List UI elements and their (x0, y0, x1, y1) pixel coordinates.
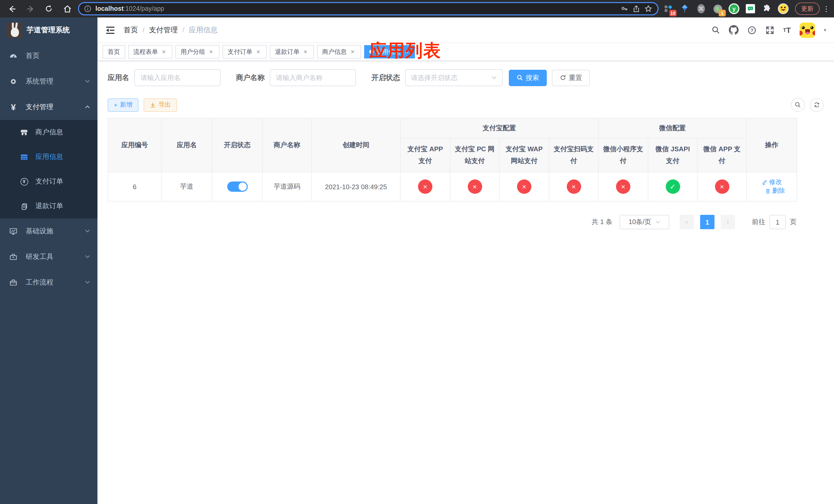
sidebar-item-devtools[interactable]: 研发工具 (0, 244, 97, 270)
sidebar-item-label: 工作流程 (26, 278, 76, 287)
update-label: 更新 (801, 4, 813, 13)
close-icon[interactable]: × (255, 48, 262, 55)
page-size-select[interactable]: 10条/页 (620, 215, 670, 229)
avatar-caret-icon[interactable]: ▾ (824, 27, 826, 33)
url-host: localhost (95, 5, 124, 12)
close-icon[interactable]: × (160, 48, 167, 55)
close-icon[interactable]: × (349, 48, 356, 55)
chevron-down-icon (85, 253, 90, 261)
status-select[interactable]: 请选择开启状态 (405, 69, 503, 86)
app-name-label: 应用名 (108, 73, 129, 82)
sidebar-item-system[interactable]: 系统管理 (0, 69, 97, 94)
breadcrumb: 首页 / 支付管理 / 应用信息 (124, 25, 218, 35)
sidebar-item-label: 系统管理 (26, 77, 76, 86)
sidebar-item-label: 支付订单 (36, 177, 90, 186)
sidebar: 芋道管理系统 首页 系统管理 ¥ 支付管理 (0, 18, 97, 504)
extension-kite-icon[interactable] (678, 2, 692, 15)
col-header-alipay-wap: 支付宝 WAP 网站支付 (499, 138, 549, 172)
reset-button-label: 重置 (569, 73, 582, 82)
alipay-app-status-icon: × (418, 180, 432, 194)
app-title: 芋道管理系统 (27, 26, 70, 35)
search-icon (794, 101, 801, 108)
sidebar-item-infrastructure[interactable]: 基础设施 (0, 219, 97, 244)
extension-command-icon[interactable]: ⌘ (695, 2, 708, 15)
sidebar-logo[interactable]: 芋道管理系统 (0, 18, 97, 43)
extension-badge: 10 (670, 10, 677, 17)
sidebar-item-refund-order[interactable]: 退款订单 (0, 194, 97, 219)
app-name-input[interactable] (134, 69, 221, 86)
site-info-icon[interactable] (84, 5, 91, 12)
search-icon[interactable] (711, 26, 720, 35)
bookmark-star-icon[interactable] (644, 5, 653, 13)
address-bar[interactable]: localhost:1024/pay/app (78, 2, 659, 15)
add-button[interactable]: + 新增 (108, 98, 138, 112)
sidebar-item-workflow[interactable]: 工作流程 (0, 270, 97, 295)
tab-pay-order[interactable]: 支付订单× (223, 45, 267, 59)
svg-text:⌘: ⌘ (698, 6, 704, 12)
sidebar-item-merchant-info[interactable]: 商户信息 (0, 120, 97, 144)
tab-process-form[interactable]: 流程表单× (128, 45, 172, 59)
tab-label: 用户分组 (180, 47, 205, 56)
fullscreen-icon[interactable] (765, 25, 774, 35)
sidebar-item-pay-order[interactable]: ¥ 支付订单 (0, 169, 97, 194)
search-form: 应用名 商户名称 开启状态 请选择开启状态 搜索 重置 (108, 69, 824, 86)
breadcrumb-pay[interactable]: 支付管理 (149, 25, 178, 35)
help-icon[interactable]: ? (747, 25, 756, 35)
edit-label: 修改 (769, 178, 782, 186)
export-button[interactable]: 导出 (144, 98, 177, 112)
tab-home[interactable]: 首页 (103, 45, 125, 59)
wx-app-status-icon: × (715, 180, 729, 194)
sidebar-item-label: 研发工具 (26, 252, 76, 261)
plus-icon: + (114, 101, 117, 109)
url-path: :1024/pay/app (124, 5, 164, 12)
search-button[interactable]: 搜索 (509, 69, 547, 86)
github-icon[interactable] (729, 25, 738, 35)
hide-search-button[interactable] (791, 98, 805, 112)
browser-reload-icon[interactable] (41, 2, 57, 15)
browser-update-button[interactable]: 更新 (795, 3, 820, 15)
sidebar-collapse-icon[interactable] (105, 25, 115, 35)
navbar-actions: ? TT ▾ (711, 22, 826, 38)
reset-button[interactable]: 重置 (552, 69, 590, 86)
page-number-1[interactable]: 1 (700, 215, 715, 229)
user-avatar[interactable] (799, 22, 815, 38)
refresh-button[interactable] (810, 98, 824, 112)
edit-link[interactable]: 修改 (762, 178, 782, 186)
goto-page-input[interactable] (769, 215, 786, 229)
font-size-icon[interactable]: TT (783, 26, 791, 35)
sidebar-item-app-info[interactable]: 应用信息 (0, 144, 97, 169)
browser-back-icon[interactable] (4, 2, 20, 15)
merchant-name-input[interactable] (270, 69, 356, 86)
share-icon[interactable] (632, 5, 640, 13)
tab-label: 流程表单 (133, 47, 158, 56)
chevron-up-icon (85, 103, 90, 111)
delete-link[interactable]: 删除 (765, 187, 785, 196)
payment-submenu: 商户信息 应用信息 ¥ 支付订单 退款订单 (0, 120, 97, 219)
browser-menu-icon[interactable]: ⋮ (823, 5, 830, 13)
sidebar-item-home[interactable]: 首页 (0, 43, 97, 69)
extensions-puzzle-icon[interactable] (760, 2, 773, 15)
breadcrumb-home[interactable]: 首页 (124, 25, 138, 35)
status-toggle[interactable] (227, 182, 247, 192)
close-icon[interactable]: × (208, 48, 214, 55)
browser-forward-icon[interactable] (23, 2, 38, 15)
delete-label: 删除 (772, 187, 785, 196)
tab-refund-order[interactable]: 退款订单× (270, 45, 314, 59)
tab-user-group[interactable]: 用户分组× (175, 45, 220, 59)
close-icon[interactable]: × (302, 48, 309, 55)
refresh-icon (813, 101, 820, 108)
extension-profile-icon[interactable]: 1 (711, 2, 724, 15)
table-grid-icon (20, 153, 28, 161)
extension-y-icon[interactable]: y (727, 2, 741, 15)
refresh-icon (559, 74, 566, 81)
browser-avatar-emoji[interactable] (776, 2, 790, 15)
sidebar-item-payment[interactable]: ¥ 支付管理 (0, 94, 97, 120)
extension-chat-icon[interactable] (744, 2, 757, 15)
cell-created: 2021-10-23 08:49:25 (312, 172, 400, 201)
next-page-button[interactable]: › (721, 215, 735, 229)
browser-home-icon[interactable] (60, 2, 75, 15)
password-key-icon[interactable] (620, 5, 628, 13)
extension-shortcuts-icon[interactable]: 10 (662, 2, 675, 15)
tab-merchant-info[interactable]: 商户信息× (317, 45, 361, 59)
prev-page-button[interactable]: ‹ (680, 215, 694, 229)
